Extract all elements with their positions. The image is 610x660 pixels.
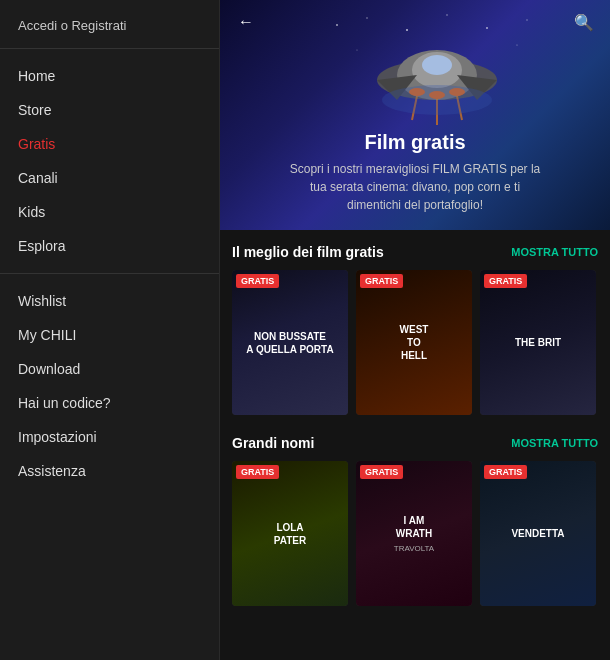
movie-poster-m5: GRATISI AM WRATHTRAVOLTA — [356, 461, 472, 606]
movie-card-m1[interactable]: GRATISNON BUSSATE A QUELLA PORTA — [232, 270, 348, 415]
gratis-badge-m1: GRATIS — [236, 274, 279, 288]
movie-poster-m3: GRATISTHE BRIT — [480, 270, 596, 415]
gratis-badge-m2: GRATIS — [360, 274, 403, 288]
section-title-best-free: Il meglio dei film gratis — [232, 244, 384, 260]
sidebar-item-esplora[interactable]: Esplora — [0, 229, 219, 263]
main-content: ← 🔍 — [220, 0, 610, 660]
sidebar-header[interactable]: Accedi o Registrati — [0, 0, 219, 49]
sidebar-item-wishlist[interactable]: Wishlist — [0, 284, 219, 318]
gratis-badge-m5: GRATIS — [360, 465, 403, 479]
section-best-free: Il meglio dei film gratisMOSTRA TUTTOGRA… — [220, 230, 610, 421]
sidebar-item-code[interactable]: Hai un codice? — [0, 386, 219, 420]
sidebar-nav-bottom: WishlistMy CHILIDownloadHai un codice?Im… — [0, 274, 219, 498]
poster-title-m4: LOLA PATER — [274, 521, 306, 547]
show-all-best-free[interactable]: MOSTRA TUTTO — [511, 246, 598, 258]
sidebar-item-kids[interactable]: Kids — [0, 195, 219, 229]
poster-title-m5: I AM WRATH — [396, 514, 432, 540]
sidebar-item-store[interactable]: Store — [0, 93, 219, 127]
sidebar-item-gratis[interactable]: Gratis — [0, 127, 219, 161]
poster-overlay-m3: THE BRIT — [480, 270, 596, 415]
sidebar-item-home[interactable]: Home — [0, 59, 219, 93]
svg-point-6 — [356, 49, 357, 50]
movie-card-m5[interactable]: GRATISI AM WRATHTRAVOLTA — [356, 461, 472, 606]
gratis-badge-m6: GRATIS — [484, 465, 527, 479]
poster-title-m1: NON BUSSATE A QUELLA PORTA — [246, 330, 333, 356]
section-title-grandi-nomi: Grandi nomi — [232, 435, 314, 451]
movie-card-m2[interactable]: GRATISWEST TO HELL — [356, 270, 472, 415]
poster-overlay-m6: VENDETTA — [480, 461, 596, 606]
svg-point-7 — [516, 44, 517, 45]
show-all-grandi-nomi[interactable]: MOSTRA TUTTO — [511, 437, 598, 449]
login-register-label[interactable]: Accedi o Registrati — [18, 18, 126, 33]
top-bar-right: 🔍 — [570, 8, 598, 36]
sidebar-item-canali[interactable]: Canali — [0, 161, 219, 195]
poster-overlay-m4: LOLA PATER — [232, 461, 348, 606]
sidebar-item-support[interactable]: Assistenza — [0, 454, 219, 488]
hero-title: Film gratis — [285, 131, 545, 154]
poster-overlay-m1: NON BUSSATE A QUELLA PORTA — [232, 270, 348, 415]
poster-overlay-m5: I AM WRATHTRAVOLTA — [356, 461, 472, 606]
movie-card-m6[interactable]: GRATISVENDETTA — [480, 461, 596, 606]
sidebar-item-my-chili[interactable]: My CHILI — [0, 318, 219, 352]
poster-sub-m5: TRAVOLTA — [394, 544, 434, 553]
section-header-grandi-nomi: Grandi nomiMOSTRA TUTTO — [232, 435, 598, 451]
sidebar-item-settings[interactable]: Impostazioni — [0, 420, 219, 454]
movie-card-m3[interactable]: GRATISTHE BRIT — [480, 270, 596, 415]
movie-row-best-free: GRATISNON BUSSATE A QUELLA PORTAGRATISWE… — [232, 270, 598, 415]
poster-title-m2: WEST TO HELL — [400, 323, 429, 362]
poster-title-m3: THE BRIT — [515, 336, 561, 349]
sidebar-item-download[interactable]: Download — [0, 352, 219, 386]
sidebar: Accedi o Registrati HomeStoreGratisCanal… — [0, 0, 220, 660]
search-button[interactable]: 🔍 — [570, 8, 598, 36]
sidebar-nav-top: HomeStoreGratisCanaliKidsEsplora — [0, 49, 219, 274]
poster-overlay-m2: WEST TO HELL — [356, 270, 472, 415]
hero-text-block: Film gratis Scopri i nostri meravigliosi… — [265, 131, 565, 230]
top-bar: ← 🔍 — [220, 0, 610, 44]
sections-container: Il meglio dei film gratisMOSTRA TUTTOGRA… — [220, 230, 610, 612]
movie-row-grandi-nomi: GRATISLOLA PATERGRATISI AM WRATHTRAVOLTA… — [232, 461, 598, 606]
hero-subtitle: Scopri i nostri meravigliosi FILM GRATIS… — [285, 160, 545, 214]
movie-poster-m4: GRATISLOLA PATER — [232, 461, 348, 606]
movie-card-m4[interactable]: GRATISLOLA PATER — [232, 461, 348, 606]
poster-title-m6: VENDETTA — [511, 527, 564, 540]
movie-poster-m6: GRATISVENDETTA — [480, 461, 596, 606]
section-grandi-nomi: Grandi nomiMOSTRA TUTTOGRATISLOLA PATERG… — [220, 421, 610, 612]
gratis-badge-m3: GRATIS — [484, 274, 527, 288]
section-header-best-free: Il meglio dei film gratisMOSTRA TUTTO — [232, 244, 598, 260]
top-bar-left: ← — [232, 8, 260, 36]
movie-poster-m2: GRATISWEST TO HELL — [356, 270, 472, 415]
movie-poster-m1: GRATISNON BUSSATE A QUELLA PORTA — [232, 270, 348, 415]
svg-point-20 — [382, 85, 492, 115]
back-button[interactable]: ← — [232, 8, 260, 36]
gratis-badge-m4: GRATIS — [236, 465, 279, 479]
svg-point-11 — [422, 55, 452, 75]
